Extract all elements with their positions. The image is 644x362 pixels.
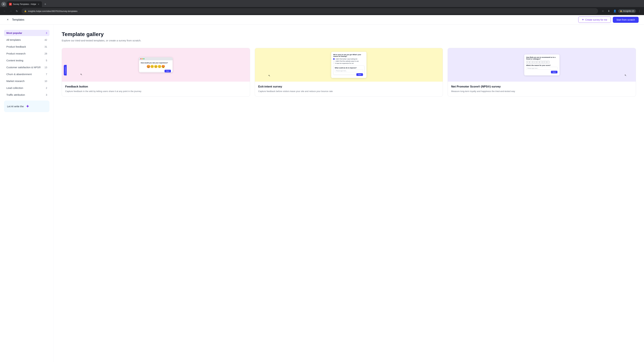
sidebar-item-count: 42 [44,38,47,41]
forward-button[interactable]: → [8,8,14,14]
browser-chrome: ▼ H Survey Templates - Hotjar × + ← → ↻ … [0,0,644,15]
sidebar-item-label: Market research [6,80,44,82]
mockup-browser: How would you rate your experience? 😡😕😐🙂… [139,57,172,72]
sidebar-item-lead-collection[interactable]: Lead collection 2 [4,85,50,91]
feedback-widget: Feedback [64,65,67,75]
card-description: Capture feedback in the wild by letting … [65,90,246,93]
sidebar-item-label: Most popular [6,31,46,34]
tab-bar: ▼ H Survey Templates - Hotjar × + [0,0,644,7]
sidebar-item-most-popular[interactable]: Most popular 3 [4,30,50,36]
url-input[interactable] [28,10,595,12]
gallery-subtitle: Explore our tried-and-tested templates, … [62,39,636,42]
sidebar-item-count: 5 [46,59,47,62]
nav-actions: ☆ ⬇ 👤 🕵 Incognito (2) ⋮ [600,8,642,14]
sidebar-item-product-research[interactable]: Product research 28 [4,50,50,57]
sidebar-item-label: Product feedback [6,45,44,48]
card-body-exit-intent: Exit-intent survey Capture feedback befo… [255,82,443,96]
cursor-indicator: ↖ [624,74,626,77]
sidebar-item-count: 3 [46,93,47,96]
address-bar[interactable]: 🔒 [22,8,598,14]
sidebar-item-count: 31 [44,45,47,48]
mockup-exit-intent: We're sorry to see you go! What's your r… [331,52,366,78]
profile-button[interactable]: 👤 [612,8,618,14]
top-bar: × Templates ✦ Create survey for me Start… [0,15,644,24]
card-description: Measure long-term loyalty and happiness … [451,90,632,93]
sidebar-item-count: 3 [46,32,47,34]
app-container: × Templates ✦ Create survey for me Start… [0,15,644,362]
main-content: Most popular 3 All templates 42 Product … [0,24,644,362]
sidebar-item-count: 7 [46,73,47,76]
bookmark-button[interactable]: ☆ [600,8,606,14]
incognito-badge: 🕵 Incognito (2) [618,9,636,13]
card-description: Capture feedback before visitors leave y… [258,90,440,93]
mockup-nps: How likely are you to recommend us to a … [524,54,560,75]
sidebar-item-traffic-attribution[interactable]: Traffic attribution 3 [4,92,50,98]
incognito-icon: 🕵 [620,10,622,12]
card-title: Feedback button [65,85,246,88]
sidebar-item-label: Traffic attribution [6,93,46,96]
template-preview-nps: How likely are you to recommend us to a … [448,48,636,82]
sidebar-item-label: Churn & abandonment [6,73,46,76]
cursor-indicator: ↖ [268,74,270,77]
card-body-nps: Net Promoter Score® (NPS®) survey Measur… [448,82,636,96]
ai-card-text: Let AI write the [7,105,24,108]
template-preview-feedback-button: Feedback How would you rate your experie… [62,48,250,82]
sidebar-item-count: 2 [46,87,47,89]
new-tab-button[interactable]: + [43,2,48,6]
sidebar: Most popular 3 All templates 42 Product … [0,24,54,362]
start-from-scratch-button[interactable]: Start from scratch [613,17,639,23]
download-button[interactable]: ⬇ [606,8,612,14]
top-bar-actions: ✦ Create survey for me Start from scratc… [578,16,639,23]
reload-button[interactable]: ↻ [14,8,20,14]
active-tab[interactable]: H Survey Templates - Hotjar × [7,1,42,7]
page-title: Templates [12,18,24,21]
sidebar-item-label: Content testing [6,59,46,62]
card-body-feedback-button: Feedback button Capture feedback in the … [62,82,250,96]
browser-navigation: ← → ↻ 🔒 ☆ ⬇ 👤 🕵 Incognito (2) ⋮ [0,7,644,15]
template-gallery: Template gallery Explore our tried-and-t… [54,24,644,362]
card-title: Exit-intent survey [258,85,440,88]
ai-icon: ✦ [582,18,584,21]
sidebar-item-customer-satisfaction[interactable]: Customer satisfaction & NPS® 13 [4,64,50,70]
templates-grid: Feedback How would you rate your experie… [62,48,636,96]
back-button[interactable]: ← [2,8,8,14]
sidebar-item-label: Lead collection [6,86,46,89]
sidebar-item-count: 13 [44,66,47,69]
cursor-indicator: ↖ [80,73,82,76]
gallery-title: Template gallery [62,31,636,37]
template-card-exit-intent[interactable]: We're sorry to see you go! What's your r… [255,48,443,96]
ai-card[interactable]: Let AI write the ✦ [4,100,50,112]
sidebar-item-market-research[interactable]: Market research 10 [4,78,50,84]
sidebar-item-all-templates[interactable]: All templates 42 [4,37,50,43]
sidebar-item-content-testing[interactable]: Content testing 5 [4,57,50,63]
incognito-label: Incognito (2) [623,10,634,12]
menu-button[interactable]: ⋮ [636,8,642,14]
tab-switcher[interactable]: ▼ [1,2,6,6]
template-card-nps[interactable]: How likely are you to recommend us to a … [448,48,636,96]
tab-close-button[interactable]: × [37,3,40,5]
tab-title: Survey Templates - Hotjar [13,3,36,5]
card-title: Net Promoter Score® (NPS®) survey [451,85,632,88]
tab-favicon: H [9,3,12,5]
sidebar-item-product-feedback[interactable]: Product feedback 31 [4,43,50,50]
sidebar-item-count: 10 [44,80,47,82]
close-button[interactable]: × [5,17,10,22]
sidebar-item-count: 28 [44,52,47,55]
template-card-feedback-button[interactable]: Feedback How would you rate your experie… [62,48,250,96]
sidebar-item-label: Product research [6,52,44,55]
ai-create-button[interactable]: ✦ Create survey for me [578,16,611,23]
sidebar-item-churn-abandonment[interactable]: Churn & abandonment 7 [4,71,50,77]
ai-create-label: Create survey for me [585,18,607,21]
sidebar-item-label: Customer satisfaction & NPS® [6,66,44,69]
sidebar-item-label: All templates [6,38,44,41]
template-preview-exit-intent: We're sorry to see you go! What's your r… [255,48,443,82]
ai-star-icon: ✦ [26,104,30,109]
lock-icon: 🔒 [24,10,27,12]
